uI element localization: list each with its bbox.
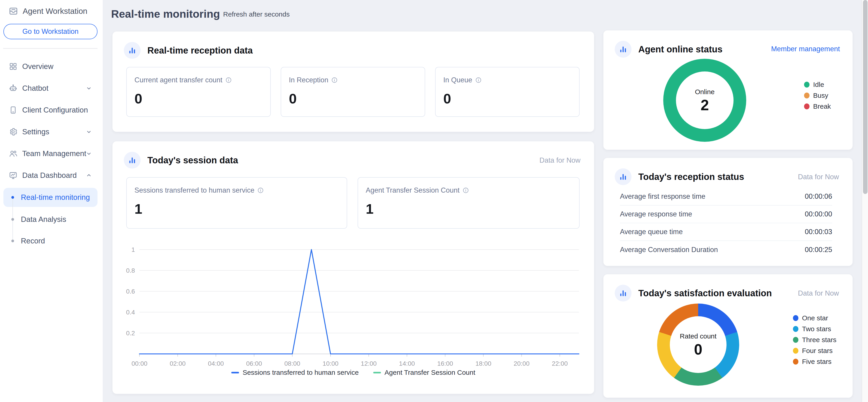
legend-dot-icon	[793, 315, 798, 321]
workstation-label: Agent Workstation	[23, 7, 87, 16]
bullet-dot-icon	[11, 218, 14, 221]
gear-icon	[9, 127, 18, 136]
svg-text:04:00: 04:00	[208, 360, 224, 367]
member-management-link[interactable]: Member management	[771, 45, 840, 53]
bar-chart-icon	[615, 41, 631, 58]
sidebar-nav: Overview Chatbot Client Co	[0, 56, 103, 186]
svg-text:18:00: 18:00	[475, 360, 491, 367]
sidebar-subitem-record[interactable]: Record	[0, 231, 103, 251]
stat-value: 0	[289, 90, 425, 107]
data-for-now-badge: Data for Now	[798, 289, 839, 297]
satisfaction-donut: Rated count 0	[657, 304, 739, 386]
legend-item-sessions-transferred[interactable]: Sessions transferred to human service	[231, 369, 359, 376]
legend-dot-icon	[804, 92, 809, 98]
info-icon[interactable]	[257, 187, 264, 194]
agent-online-donut: Online 2	[663, 59, 746, 142]
table-row: Average response time 00:00:00	[620, 205, 832, 223]
stat-agent-transfer-session-count: Agent Transfer Session Count 1	[358, 177, 580, 229]
card-todays-session-data: 0.20.40.60.8100:0002:0004:0006:0008:0010…	[113, 141, 594, 394]
svg-text:00:00: 00:00	[131, 360, 147, 367]
bullet-dot-icon	[11, 196, 14, 199]
sidebar-item-chatbot[interactable]: Chatbot	[0, 77, 103, 99]
info-icon[interactable]	[331, 77, 338, 84]
sidebar-item-settings[interactable]: Settings	[0, 121, 103, 143]
stat-value: 1	[134, 201, 347, 217]
info-icon[interactable]	[475, 77, 482, 84]
sidebar-item-team-management[interactable]: Team Management	[0, 143, 103, 165]
stat-current-agent-transfer-count: Current agent transfer count 0	[126, 67, 271, 117]
reception-status-table: Average first response time 00:00:06 Ave…	[620, 188, 832, 259]
legend-item-break[interactable]: Break	[804, 101, 831, 112]
app-root: { "sidebar": { "workstation_label": "Age…	[0, 0, 868, 402]
stat-in-queue: In Queue 0	[435, 67, 580, 117]
workstation-header: Agent Workstation	[8, 6, 87, 16]
chevron-down-icon	[86, 150, 92, 157]
info-icon[interactable]	[225, 77, 232, 84]
svg-text:22:00: 22:00	[552, 360, 568, 367]
legend-dash-icon	[231, 372, 239, 373]
legend-dot-icon	[793, 326, 798, 332]
table-row: Average first response time 00:00:06	[620, 188, 832, 205]
card-title: Real-time reception data	[147, 46, 253, 56]
svg-text:08:00: 08:00	[284, 360, 300, 367]
dashboard-monitor-icon	[9, 171, 18, 180]
bar-chart-icon	[124, 152, 141, 169]
card-todays-satisfaction-evaluation: Today's satisfaction evaluation Data for…	[603, 274, 852, 398]
bar-chart-icon	[615, 168, 631, 185]
satisfaction-legend: One star Two stars Three stars Four star…	[793, 313, 836, 367]
svg-text:0.6: 0.6	[126, 288, 135, 295]
scrollbar-thumb[interactable]	[863, 0, 868, 194]
card-title: Today's satisfaction evaluation	[638, 288, 772, 298]
vertical-scrollbar[interactable]	[862, 0, 868, 402]
stat-value: 0	[134, 90, 270, 107]
sidebar-item-data-dashboard[interactable]: Data Dashboard	[0, 165, 103, 186]
card-agent-online-status: Agent online status Member management On…	[603, 30, 852, 150]
legend-item-agent-transfer[interactable]: Agent Transfer Session Count	[373, 369, 475, 376]
legend-dot-icon	[804, 104, 809, 109]
legend-dot-icon	[793, 348, 798, 354]
table-row: Average queue time 00:00:03	[620, 223, 832, 241]
card-todays-reception-status: Today's reception status Data for Now Av…	[603, 158, 852, 266]
info-icon[interactable]	[462, 187, 469, 194]
page-title: Real-time monitoring	[111, 8, 220, 20]
main-content: Real-time monitoring Refresh after secon…	[104, 0, 862, 402]
sidebar: Agent Workstation Go to Workstation Over…	[0, 0, 103, 402]
stat-sessions-transferred: Sessions transferred to human service 1	[126, 177, 347, 229]
svg-text:20:00: 20:00	[514, 360, 529, 367]
bar-chart-icon	[124, 42, 141, 59]
overview-grid-icon	[9, 62, 18, 71]
sidebar-item-overview[interactable]: Overview	[0, 56, 103, 77]
svg-text:12:00: 12:00	[361, 360, 377, 367]
legend-item-two-stars[interactable]: Two stars	[793, 323, 836, 335]
sidebar-subitem-realtime-monitoring[interactable]: Real-time monitoring	[3, 188, 97, 207]
go-to-workstation-button[interactable]: Go to Workstation	[3, 24, 97, 39]
client-device-icon	[9, 106, 18, 115]
agent-online-donut-center: Online 2	[676, 71, 734, 129]
legend-dot-icon	[793, 337, 798, 343]
card-realtime-reception-data: Real-time reception data Current agent t…	[113, 32, 594, 132]
legend-item-five-stars[interactable]: Five stars	[793, 356, 836, 367]
stat-value: 0	[443, 90, 579, 107]
legend-item-busy[interactable]: Busy	[804, 90, 831, 101]
sidebar-divider	[3, 48, 97, 49]
svg-text:0.4: 0.4	[126, 309, 135, 316]
svg-text:0.8: 0.8	[126, 267, 135, 274]
sidebar-item-client-configuration[interactable]: Client Configuration	[0, 99, 103, 121]
svg-text:10:00: 10:00	[323, 360, 339, 367]
stat-in-reception: In Reception 0	[281, 67, 425, 117]
chart-legend: Sessions transferred to human service Ag…	[113, 367, 594, 378]
svg-text:1: 1	[131, 246, 135, 253]
legend-item-one-star[interactable]: One star	[793, 313, 836, 323]
workstation-inbox-icon	[8, 6, 19, 16]
data-for-now-badge: Data for Now	[798, 173, 839, 181]
chevron-up-icon	[86, 172, 92, 179]
chevron-down-icon	[86, 128, 92, 135]
legend-item-three-stars[interactable]: Three stars	[793, 335, 836, 345]
legend-item-four-stars[interactable]: Four stars	[793, 345, 836, 356]
legend-item-idle[interactable]: Idle	[804, 79, 831, 90]
agent-status-legend: Idle Busy Break	[804, 79, 831, 112]
card-title: Agent online status	[638, 44, 722, 54]
legend-dot-icon	[793, 359, 798, 365]
sidebar-subitem-data-analysis[interactable]: Data Analysis	[0, 210, 103, 229]
svg-text:0.2: 0.2	[126, 329, 135, 337]
